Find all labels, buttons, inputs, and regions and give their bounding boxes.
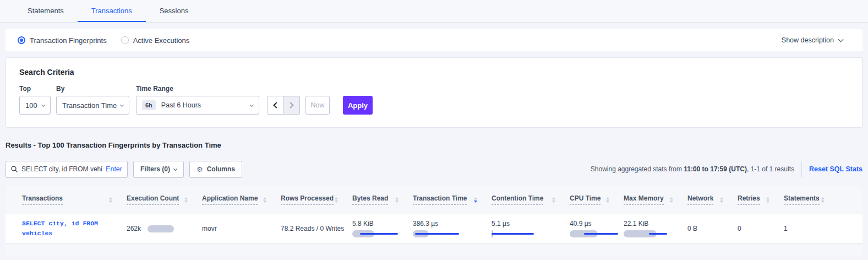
chevron-left-icon (273, 102, 279, 108)
page-tabbar: Statements Transactions Sessions (0, 0, 868, 23)
results-toolbar: Enter Filters (0) ⚙ Columns Showing aggr… (6, 160, 862, 178)
column-header-cpu-time[interactable]: CPU Time (570, 194, 624, 205)
sort-icon[interactable] (720, 197, 723, 203)
sort-icon[interactable] (821, 197, 825, 203)
stats-summary: Showing aggregated stats from 11:00 to 1… (591, 165, 794, 173)
chevron-down-icon (173, 166, 177, 170)
cell-max-memory: 22.1 KiB (624, 220, 687, 237)
chevron-down-icon (250, 102, 254, 106)
time-range-label: Time Range (136, 85, 259, 93)
radio-transaction-fingerprints[interactable] (18, 36, 25, 44)
cell-execution-count: 262k (127, 225, 202, 232)
search-input[interactable] (21, 165, 102, 173)
time-range-badge: 6h (142, 100, 156, 110)
search-criteria-title: Search Criteria (19, 68, 849, 77)
column-header-max-memory[interactable]: Max Memory (624, 194, 687, 205)
cell-application-name: movr (202, 225, 281, 232)
column-header-application-name[interactable]: Application Name (202, 194, 281, 205)
search-criteria-panel: Search Criteria Top 100 By Transaction T… (6, 57, 862, 128)
top-select[interactable]: 100 (19, 96, 51, 115)
time-range-select[interactable]: 6h Past 6 Hours (136, 96, 259, 115)
chevron-down-icon (41, 102, 45, 106)
time-prev-button[interactable] (267, 96, 283, 115)
sort-icon-active-desc[interactable] (474, 197, 477, 203)
filters-button[interactable]: Filters (0) (133, 161, 184, 178)
cpu-time-bar (570, 230, 618, 237)
table-row: SELECT city, id FROM vehicles 262k movr … (6, 214, 862, 243)
reset-sql-stats-link[interactable]: Reset SQL Stats (809, 165, 862, 173)
time-range-value: Past 6 Hours (161, 101, 201, 109)
execution-count-bar (148, 225, 174, 232)
sort-icon[interactable] (766, 197, 769, 203)
cell-bytes-read: 5.8 KiB (352, 220, 413, 237)
show-description-label: Show description (782, 36, 834, 44)
by-select-value: Transaction Time (62, 101, 117, 110)
filters-button-label: Filters (0) (140, 165, 170, 173)
cell-transaction-time: 386.3 µs (413, 220, 492, 237)
sort-icon[interactable] (606, 197, 609, 203)
column-header-transactions[interactable]: Transactions (22, 194, 127, 205)
cell-rows-processed: 78.2 Reads / 0 Writes (281, 225, 352, 232)
results-title: Results - Top 100 Transaction Fingerprin… (6, 141, 221, 149)
apply-button[interactable]: Apply (343, 96, 373, 115)
column-header-statements[interactable]: Statements (784, 194, 839, 205)
cell-cpu-time: 40.9 µs (570, 220, 624, 237)
time-next-button[interactable] (283, 96, 300, 115)
columns-button[interactable]: ⚙ Columns (189, 161, 242, 178)
by-label: By (56, 85, 129, 93)
enter-button[interactable]: Enter (106, 165, 122, 173)
now-button[interactable]: Now (305, 96, 330, 115)
sort-icon[interactable] (552, 197, 555, 203)
top-select-value: 100 (25, 101, 37, 110)
sort-icon[interactable] (184, 197, 188, 203)
max-memory-bar (624, 230, 672, 237)
column-header-execution-count[interactable]: Execution Count (127, 194, 202, 205)
transactions-table: Transactions Execution Count Application… (6, 186, 862, 256)
column-header-contention-time[interactable]: Contention Time (492, 194, 570, 205)
contention-time-bar (492, 230, 540, 237)
column-header-bytes-read[interactable]: Bytes Read (352, 194, 413, 205)
transaction-fingerprint-link[interactable]: SELECT city, id FROM vehicles (22, 219, 113, 239)
chevron-down-icon (838, 36, 844, 42)
column-header-network[interactable]: Network (687, 194, 738, 205)
bytes-read-bar (352, 230, 401, 237)
cell-retries: 0 (738, 225, 784, 232)
gear-icon: ⚙ (196, 165, 203, 174)
radio-active-executions[interactable] (121, 36, 129, 44)
sort-icon[interactable] (670, 197, 673, 203)
cell-contention-time: 5.1 µs (492, 220, 570, 237)
stats-time-range: 11:00 to 17:59 (UTC) (684, 165, 747, 173)
cell-network: 0 B (687, 225, 738, 232)
search-box[interactable]: Enter (6, 161, 128, 178)
tab-transactions[interactable]: Transactions (78, 0, 146, 22)
chevron-down-icon (120, 102, 124, 106)
tab-sessions[interactable]: Sessions (146, 0, 203, 22)
sort-icon[interactable] (395, 197, 398, 203)
show-description-toggle[interactable]: Show description (782, 36, 843, 44)
sort-icon[interactable] (263, 197, 266, 203)
table-header-row: Transactions Execution Count Application… (6, 186, 862, 214)
sort-icon[interactable] (109, 197, 112, 203)
transaction-time-bar (413, 230, 461, 237)
chevron-right-icon (287, 102, 293, 108)
radio-active-executions-label: Active Executions (133, 36, 190, 45)
column-header-retries[interactable]: Retries (738, 194, 784, 205)
columns-button-label: Columns (207, 165, 235, 173)
radio-selected-dot (20, 39, 23, 42)
by-select[interactable]: Transaction Time (56, 96, 129, 115)
search-icon (11, 166, 18, 172)
sort-icon[interactable] (335, 197, 338, 203)
tab-statements[interactable]: Statements (14, 0, 78, 22)
cell-statements: 1 (784, 225, 839, 232)
view-toggle-bar: Transaction Fingerprints Active Executio… (6, 29, 862, 51)
column-header-transaction-time[interactable]: Transaction Time (413, 194, 492, 205)
column-header-rows-processed[interactable]: Rows Processed (281, 194, 352, 205)
radio-transaction-fingerprints-label: Transaction Fingerprints (30, 36, 107, 45)
toolbar-divider (801, 161, 802, 177)
top-label: Top (19, 85, 51, 93)
